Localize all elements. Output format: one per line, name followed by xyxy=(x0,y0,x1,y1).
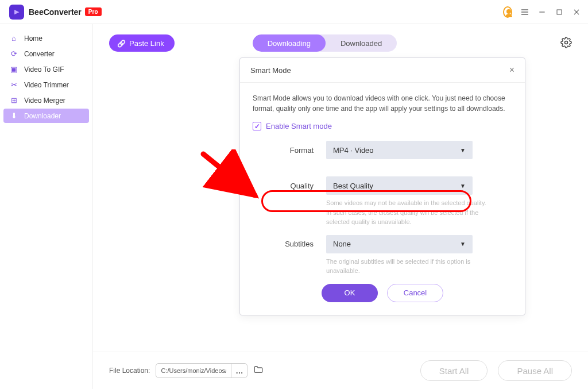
sidebar-item-home[interactable]: ⌂ Home xyxy=(3,31,89,45)
tab-downloaded[interactable]: Downloaded xyxy=(326,34,397,52)
download-tabs: Downloading Downloaded xyxy=(253,34,397,52)
chevron-down-icon: ▼ xyxy=(460,147,466,153)
home-icon: ⌂ xyxy=(9,34,18,43)
sidebar-item-video-trimmer[interactable]: ✂ Video Trimmer xyxy=(3,78,89,92)
subtitles-help-text: The original subtitles will be selected … xyxy=(326,257,493,276)
sidebar-item-label: Downloader xyxy=(24,112,61,120)
svg-point-7 xyxy=(565,41,568,44)
dialog-close-button[interactable]: × xyxy=(509,65,514,75)
converter-icon: ⟳ xyxy=(9,49,18,58)
app-name: BeeConverter xyxy=(29,7,82,17)
quality-help-text: Some videos may not be available in the … xyxy=(326,198,493,227)
ok-button[interactable]: OK xyxy=(322,284,378,302)
svg-rect-4 xyxy=(557,10,562,14)
download-icon: ⬇ xyxy=(9,111,18,120)
menu-icon[interactable] xyxy=(520,7,529,17)
enable-smart-mode-checkbox[interactable]: ✓ xyxy=(253,122,261,130)
path-box: … xyxy=(156,363,247,378)
quality-label: Quality xyxy=(253,182,326,190)
dialog-header: Smart Mode × xyxy=(240,58,525,83)
dialog-description: Smart Mode allows you to download videos… xyxy=(253,93,512,114)
subtitles-value: None xyxy=(333,240,351,248)
paste-link-label: Paste Link xyxy=(129,39,164,48)
pro-badge: Pro xyxy=(85,7,102,16)
sidebar-item-label: Video To GIF xyxy=(24,66,64,74)
content-panel: Paste Link Downloading Downloaded File L… xyxy=(93,24,588,389)
sidebar-item-label: Video Merger xyxy=(24,97,65,105)
gear-icon xyxy=(560,37,572,48)
pause-all-button[interactable]: Pause All xyxy=(498,360,572,381)
merger-icon: ⊞ xyxy=(9,96,18,105)
link-icon xyxy=(117,39,126,48)
file-location-input[interactable] xyxy=(156,367,231,374)
close-icon[interactable] xyxy=(572,7,581,17)
enable-smart-mode-label: Enable Smart mode xyxy=(266,122,332,130)
format-label: Format xyxy=(253,146,326,155)
file-location-label: File Location: xyxy=(109,367,150,375)
sidebar-item-video-to-gif[interactable]: ▣ Video To GIF xyxy=(3,62,89,76)
trimmer-icon: ✂ xyxy=(9,80,18,89)
settings-button[interactable] xyxy=(560,37,572,50)
quality-value: Best Quality xyxy=(333,182,373,190)
chevron-down-icon: ▼ xyxy=(460,241,466,247)
dialog-title: Smart Mode xyxy=(250,66,291,75)
file-location-more-button[interactable]: … xyxy=(231,364,247,378)
quality-select[interactable]: Best Quality ▼ xyxy=(326,176,473,195)
sidebar-item-label: Home xyxy=(24,34,42,43)
sidebar-item-label: Converter xyxy=(24,50,55,58)
smart-mode-dialog: Smart Mode × Smart Mode allows you to do… xyxy=(239,57,525,315)
account-icon[interactable] xyxy=(503,7,512,17)
format-value: MP4 · Video xyxy=(333,146,374,155)
start-all-button[interactable]: Start All xyxy=(420,360,488,381)
gif-icon: ▣ xyxy=(9,65,18,74)
open-folder-icon[interactable] xyxy=(253,364,264,377)
sidebar-item-downloader[interactable]: ⬇ Downloader xyxy=(3,109,89,123)
toolbar: Paste Link Downloading Downloaded xyxy=(93,24,588,55)
chevron-down-icon: ▼ xyxy=(460,183,466,189)
sidebar-item-video-merger[interactable]: ⊞ Video Merger xyxy=(3,93,89,107)
cancel-button[interactable]: Cancel xyxy=(387,284,443,302)
minimize-icon[interactable] xyxy=(537,7,547,17)
maximize-icon[interactable] xyxy=(555,7,564,17)
app-logo-icon xyxy=(9,5,24,20)
subtitles-select[interactable]: None ▼ xyxy=(326,235,473,253)
subtitles-label: Subtitles xyxy=(253,240,326,248)
tab-downloading[interactable]: Downloading xyxy=(253,34,326,52)
paste-link-button[interactable]: Paste Link xyxy=(109,34,175,52)
title-bar: BeeConverter Pro xyxy=(0,0,588,24)
footer: File Location: … Start All Pause All xyxy=(93,352,588,389)
sidebar-item-label: Video Trimmer xyxy=(24,81,69,89)
sidebar: ⌂ Home ⟳ Converter ▣ Video To GIF ✂ Vide… xyxy=(0,24,93,389)
sidebar-item-converter[interactable]: ⟳ Converter xyxy=(3,47,89,61)
format-select[interactable]: MP4 · Video ▼ xyxy=(326,141,473,159)
